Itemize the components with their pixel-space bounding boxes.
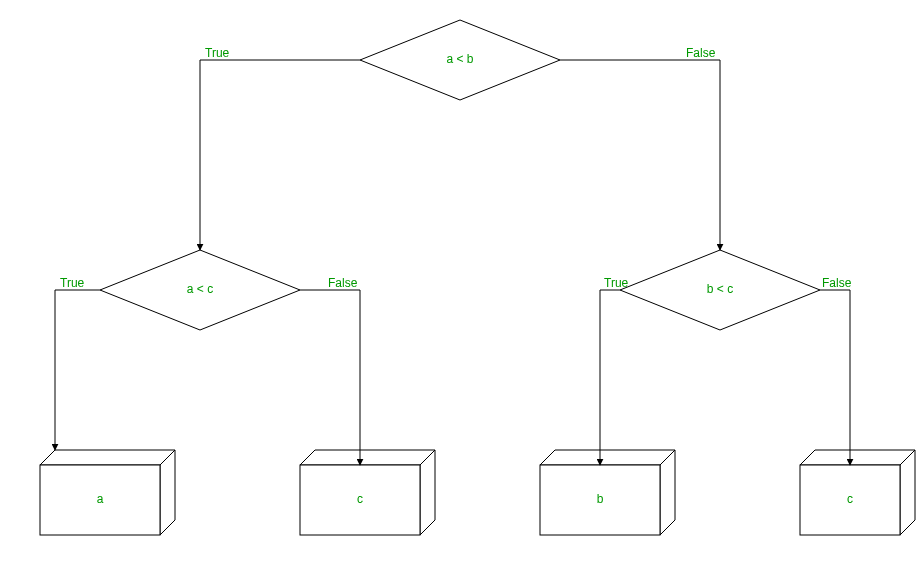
output-node-c1: c [300,450,435,535]
output-node-a: a [40,450,175,535]
output-label: c [357,492,363,506]
edge-label: False [686,46,716,60]
edge-label: True [60,276,85,290]
decision-label: a < c [187,282,213,296]
edge-root-false: False [560,46,720,250]
output-node-b: b [540,450,675,535]
flowchart-diagram: a < b a < c b < c a c b c [0,0,921,561]
decision-label: a < b [446,52,473,66]
edge-label: True [205,46,230,60]
decision-node-right: b < c [620,250,820,330]
edge-root-true: True [200,46,360,250]
edge-left-false: False [300,276,360,465]
edge-left-true: True [55,276,100,450]
decision-node-left: a < c [100,250,300,330]
output-label: c [847,492,853,506]
edge-label: True [604,276,629,290]
edge-label: False [328,276,358,290]
decision-node-root: a < b [360,20,560,100]
edge-right-false: False [820,276,852,465]
output-node-c2: c [800,450,915,535]
output-label: b [597,492,604,506]
edge-right-true: True [600,276,629,465]
output-label: a [97,492,104,506]
decision-label: b < c [707,282,733,296]
edge-label: False [822,276,852,290]
